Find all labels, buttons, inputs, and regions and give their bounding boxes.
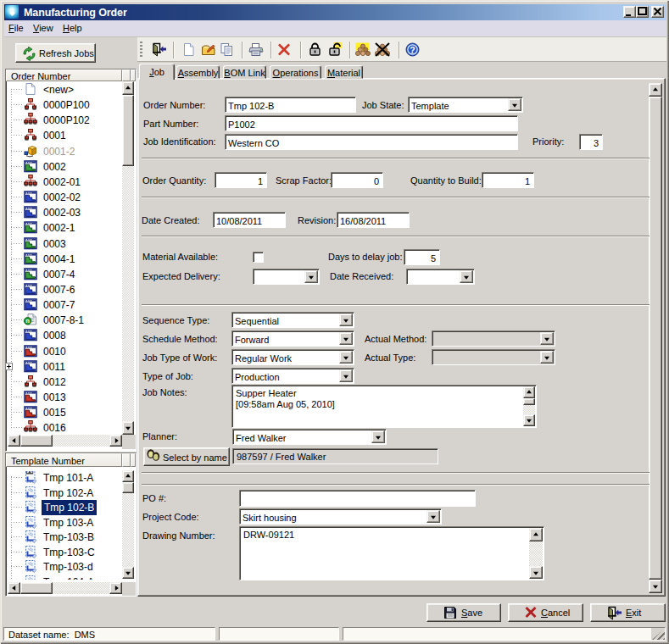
- svg-text:?: ?: [410, 45, 415, 55]
